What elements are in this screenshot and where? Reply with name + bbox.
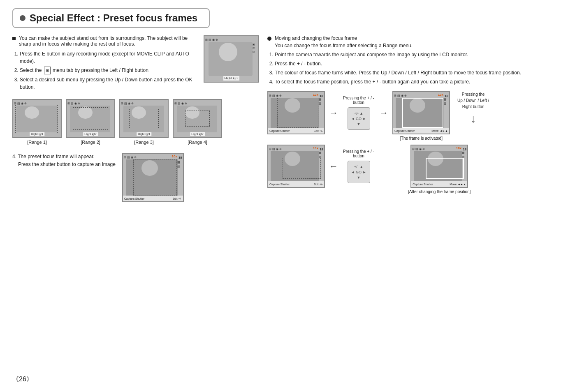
step1-text: Press the E button in any recording mode… [20,51,189,64]
moving-title: Moving and changing the focus frame [275,35,357,41]
step4-line2: Press the shutter button to capture an i… [18,161,116,167]
seq3-edit: Edit:+/- [314,183,323,186]
seq-screen-1: ⊞ ▤ ◉ ⊕ 18 10x ▦▧ Capture:Shutter Edit:+… [267,91,325,134]
pressing-plus-text: Pressing the + / - button [342,96,375,105]
screen-right-icons: ▣◫⊡ [253,43,257,77]
page-number: 《26》 [12,375,33,384]
seq2-zoom: 10x [438,93,443,97]
right-step-1: Point the camera towards the subject and… [275,51,556,58]
range-1-screen: ⊞ ▤ ◉ ⊕ HighLight [12,99,62,138]
seq2-bottom: Capture:Shutter Move:◄►▲ [393,128,449,134]
r4-focus-box [185,111,210,127]
seq2-white-box [402,98,443,128]
range-2-screen: ⊞ ▤ ◉ ⊕ HighLight [66,99,115,138]
seq3-right: ▦▧ [319,151,324,181]
range-4-item: ⊞ ▤ ◉ ⊕ HighLight [Range 4] [173,99,222,145]
right-step-2: Press the + / - button. [275,60,556,67]
r1-label: HighLight [30,132,44,136]
cam-btn2-top: +/- ▲ [354,165,363,169]
step4-block: 4. The preset focus frame will appear. P… [12,153,259,202]
after-change-label: [After changing the frame position] [408,189,471,194]
left-steps-list: Press the E button in any recording mode… [20,50,197,91]
range-1-item: ⊞ ▤ ◉ ⊕ HighLight [Range 1] [12,99,62,145]
intro-block: You can make the subject stand out from … [12,35,259,92]
step4-line1: 4. The preset focus frame will appear. [12,154,95,159]
page-title: Special Effect : Preset focus frames [30,12,197,24]
r3-focus-box [129,109,159,128]
r1-focus-box [15,105,58,133]
seq3-dashed-moved [283,158,321,179]
moving-title-row: Moving and changing the focus frame [267,35,556,41]
seq-screen-2: ⊞ ▤ ◉ ⊕ 18 10x ▦▧ Capture:Shutter [392,91,450,134]
seq3-bottom: Capture:Shutter Edit:+/- [268,181,324,187]
page-title-box: Special Effect : Preset focus frames [12,8,210,28]
step2-text: Select the ⊞ menu tab by pressing the Le… [20,67,150,73]
seq2-move: Move:◄►▲ [431,129,448,132]
right-step-4: To select the focus frame position, pres… [275,78,556,85]
pressing-label-2: Pressing the + / - button +/- ▲ ◄ GO ► ▼ [342,145,375,188]
cam-btn2-bot: ▼ [357,175,361,180]
top-sequence: ⊞ ▤ ◉ ⊕ 18 10x ▦▧ Capture:Shutter Edit:+… [267,91,556,141]
seq1-zoom: 10x [313,93,318,97]
r4-label: HighLight [190,132,205,136]
seq2-capture: Capture:Shutter [394,129,415,132]
zoom-num: 10x [172,154,177,158]
screen2-block: ⊞ ▤ ◉ ⊕ 18 10x ▦▧ Capture:Shutter [392,91,450,141]
arrow-right-1: → [329,91,338,134]
s4-bottom: Capture:Shutter Edit:+/- [123,196,183,201]
bullet-square [12,37,16,40]
step4-screen: ⊞ ▤ ◉ ⊕ 18 10x ▦▧ Capture:Shutter Edit:+… [122,153,184,202]
r2-label: HighLight [83,132,98,136]
intro-bullet-text: You can make the subject stand out from … [19,35,197,47]
seq1-right: ▦▧ [319,98,324,128]
cam-btn-mid: ◄ GO ► [351,117,366,121]
range-2-item: ⊞ ▤ ◉ ⊕ HighLight [Range 2] [66,99,115,145]
range-4-label: [Range 4] [188,140,207,145]
frame-activated-label: [The frame is activated] [400,136,443,141]
step4-text-block: 4. The preset focus frame will appear. P… [12,153,116,168]
seq1-edit: Edit:+/- [314,129,323,132]
right-column: Moving and changing the focus frame You … [267,35,556,202]
seq-bottom-left: ⊞ ▤ ◉ ⊕ 18 10x ▦▧ Capture:Shutter Edit:+… [267,145,325,188]
r3-label: HighLight [137,132,151,136]
down-arrow-icon: ↓ [471,112,476,125]
s4-focus [133,159,177,196]
range-1-label: [Range 1] [27,140,47,145]
range-3-label: [Range 3] [134,140,154,145]
range-2-label: [Range 2] [81,140,100,145]
seq4-capture: Capture:Shutter [413,183,433,186]
seq2-right: ▦▧ [444,98,449,128]
s4-edit: Edit:+/- [172,197,181,200]
head [219,43,237,61]
seq4-bottom: Capture:Shutter Move:◄►▲ [411,181,467,187]
s4-capture: Capture:Shutter [124,197,144,200]
left-step-2: Select the ⊞ menu tab by pressing the Le… [20,67,197,74]
r2-focus-box [73,107,108,130]
seq4-zoom: 10x [456,146,461,150]
menu-icon: ⊞ [44,67,51,74]
left-step-1: Press the E button in any recording mode… [20,50,197,65]
highlight-label: HighLight [223,76,240,81]
seq4-move: Move:◄►▲ [450,183,466,186]
right-step-3: The colour of focus frame turns white. P… [275,69,556,76]
seq1-capture: Capture:Shutter [269,129,290,132]
camera-button-mock-1: +/- ▲ ◄ GO ► ▼ [348,107,370,130]
range-3-screen: ⊞ ▤ ◉ ⊕ HighLight [119,99,169,138]
seq3-capture: Capture:Shutter [269,183,290,186]
pressing-updown-text: Pressing theUp / Down / Left /Right butt… [457,91,489,110]
seq1-dashed [277,98,318,128]
seq3-zoom: 10x [313,146,318,150]
intro-bullet-row: You can make the subject stand out from … [12,35,197,47]
pressing-updown-block: Pressing theUp / Down / Left /Right butt… [457,91,489,125]
range-3-item: ⊞ ▤ ◉ ⊕ HighLight [Range 3] [119,99,169,145]
seq-screen-4: ⊞ ▤ ◉ ⊕ 18 10x ▦▧ Capture:Shutter Move:◄… [410,145,468,188]
right-steps-list: Point the camera towards the subject and… [275,51,556,85]
left-column: You can make the subject stand out from … [12,35,259,202]
cam-btn2-mid: ◄ GO ► [351,170,366,174]
cam-btn-top: +/- ▲ [354,111,363,115]
title-dot [20,15,26,21]
pressing-plus-text-2: Pressing the + / - button [342,149,375,158]
moving-desc: You can change the focus frame after sel… [275,43,556,48]
arrow-left-icon: ← [329,161,338,172]
seq-top-left: ⊞ ▤ ◉ ⊕ 18 10x ▦▧ Capture:Shutter Edit:+… [267,91,325,134]
